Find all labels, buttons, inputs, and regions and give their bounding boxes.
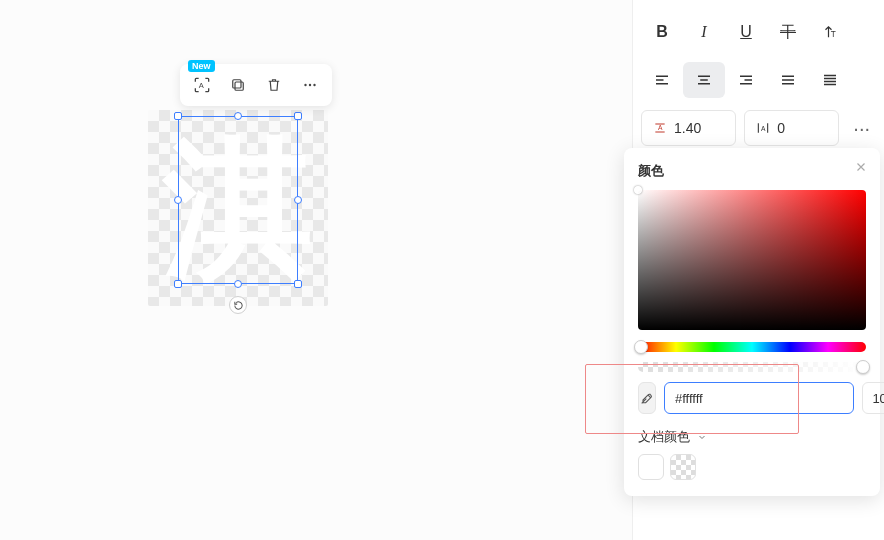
line-height-field[interactable]: A 1.40 xyxy=(641,110,736,146)
alpha-thumb[interactable] xyxy=(856,360,870,374)
close-icon xyxy=(854,160,868,174)
swatch-transparent[interactable] xyxy=(670,454,696,480)
swatch-white[interactable] xyxy=(638,454,664,480)
resize-handle-bottom-right[interactable] xyxy=(294,280,302,288)
underline-button[interactable]: U xyxy=(725,14,767,50)
hex-input[interactable] xyxy=(664,382,854,414)
strikethrough-icon: 干 xyxy=(780,22,796,43)
strikethrough-button[interactable]: 干 xyxy=(767,14,809,50)
underline-icon: U xyxy=(740,23,752,41)
align-left-icon xyxy=(653,71,671,89)
svg-point-4 xyxy=(309,84,311,86)
svg-rect-1 xyxy=(235,82,243,90)
resize-handle-right[interactable] xyxy=(294,196,302,204)
align-distribute-button[interactable] xyxy=(809,62,851,98)
eyedropper-icon xyxy=(639,390,655,406)
canvas[interactable]: 淇 A New xyxy=(0,0,619,540)
svg-point-3 xyxy=(304,84,306,86)
new-badge: New xyxy=(188,60,215,72)
eyedropper-button[interactable] xyxy=(638,382,656,414)
text-more-button[interactable]: ··· xyxy=(847,117,876,140)
letter-spacing-icon: A xyxy=(755,120,771,136)
letter-spacing-value: 0 xyxy=(777,120,785,136)
selection-box[interactable] xyxy=(178,116,298,284)
color-picker-title: 颜色 xyxy=(638,162,866,180)
resize-handle-bottom[interactable] xyxy=(234,280,242,288)
chevron-down-icon xyxy=(696,431,708,443)
resize-handle-top-right[interactable] xyxy=(294,112,302,120)
align-right-button[interactable] xyxy=(725,62,767,98)
align-distribute-icon xyxy=(821,71,839,89)
resize-handle-left[interactable] xyxy=(174,196,182,204)
align-justify-button[interactable] xyxy=(767,62,809,98)
vertical-text-button[interactable]: T xyxy=(809,14,851,50)
italic-icon: I xyxy=(701,23,706,41)
bold-button[interactable]: B xyxy=(641,14,683,50)
sv-cursor[interactable] xyxy=(634,186,642,194)
more-icon xyxy=(301,76,319,94)
line-height-value: 1.40 xyxy=(674,120,701,136)
align-justify-icon xyxy=(779,71,797,89)
close-button[interactable] xyxy=(854,160,868,177)
vertical-text-icon: T xyxy=(821,23,839,41)
bold-icon: B xyxy=(656,23,668,41)
align-center-icon xyxy=(695,71,713,89)
resize-handle-top[interactable] xyxy=(234,112,242,120)
resize-handle-top-left[interactable] xyxy=(174,112,182,120)
alpha-slider[interactable] xyxy=(638,362,866,372)
more-button[interactable] xyxy=(296,71,324,99)
doc-color-swatches xyxy=(638,454,866,480)
color-picker-popover: 颜色 100% 文档颜色 xyxy=(624,148,880,496)
ai-detect-button[interactable]: A xyxy=(188,71,216,99)
copy-icon xyxy=(229,76,247,94)
align-center-button[interactable] xyxy=(683,62,725,98)
resize-handle-bottom-left[interactable] xyxy=(174,280,182,288)
line-height-icon: A xyxy=(652,120,668,136)
hue-slider[interactable] xyxy=(638,342,866,352)
align-right-icon xyxy=(737,71,755,89)
svg-rect-2 xyxy=(233,80,241,88)
svg-point-5 xyxy=(313,84,315,86)
rotate-icon xyxy=(233,300,244,311)
scan-icon: A xyxy=(192,75,212,95)
align-left-button[interactable] xyxy=(641,62,683,98)
svg-text:T: T xyxy=(831,30,836,39)
svg-text:A: A xyxy=(658,124,663,131)
rotate-handle[interactable] xyxy=(229,296,247,314)
saturation-value-field[interactable] xyxy=(638,190,866,330)
hue-thumb[interactable] xyxy=(634,340,648,354)
trash-icon xyxy=(265,76,283,94)
copy-button[interactable] xyxy=(224,71,252,99)
italic-button[interactable]: I xyxy=(683,14,725,50)
svg-text:A: A xyxy=(761,125,766,132)
letter-spacing-field[interactable]: A 0 xyxy=(744,110,839,146)
doc-colors-label: 文档颜色 xyxy=(638,428,690,446)
svg-text:A: A xyxy=(199,81,204,90)
opacity-input[interactable]: 100% xyxy=(862,382,884,414)
delete-button[interactable] xyxy=(260,71,288,99)
